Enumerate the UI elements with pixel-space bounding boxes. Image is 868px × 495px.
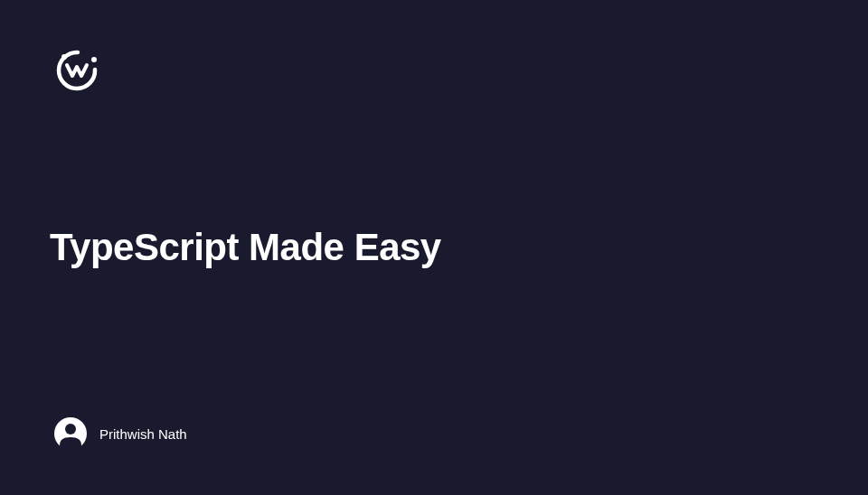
author-name: Prithwish Nath xyxy=(99,426,187,442)
brand-logo xyxy=(54,47,99,92)
author-section: Prithwish Nath xyxy=(54,417,187,450)
logo-icon xyxy=(54,47,99,92)
svg-point-0 xyxy=(61,54,67,60)
avatar-icon xyxy=(54,417,87,450)
page-title: TypeScript Made Easy xyxy=(50,226,441,269)
svg-point-3 xyxy=(65,424,76,434)
svg-point-1 xyxy=(91,57,97,62)
